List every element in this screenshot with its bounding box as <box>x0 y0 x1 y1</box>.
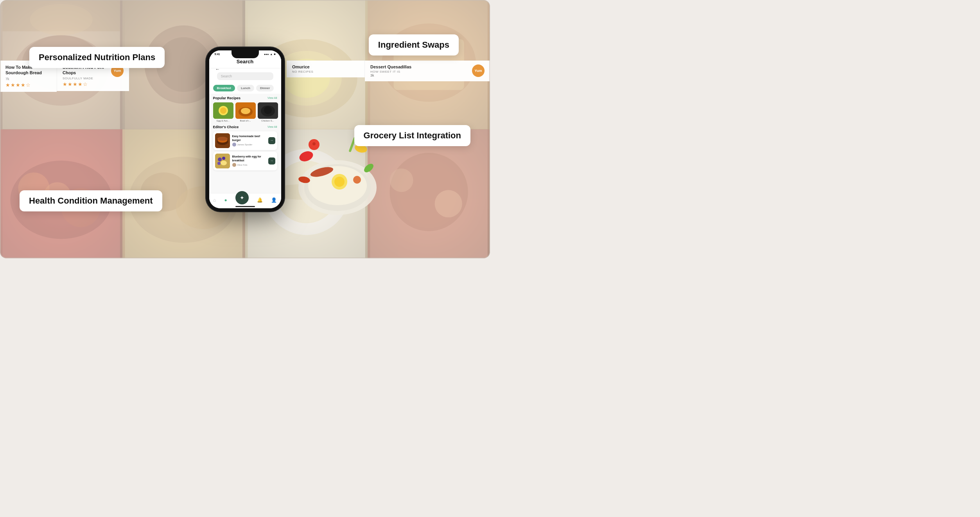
svg-point-30 <box>389 168 413 192</box>
recipe-thumb-1[interactable]: Egg & Avo... <box>213 102 233 122</box>
svg-point-39 <box>312 142 316 145</box>
editor-item-2[interactable]: Blueberry with egg for breakfast Alice F… <box>213 152 277 170</box>
phone-mockup: 9:41 ●●● ▲ ■ Search ← Search <box>206 47 284 211</box>
phone-notch <box>232 50 259 58</box>
editor-item-1-info: Easy homemade beef burger James Spoder <box>232 134 266 146</box>
thumb-egg-avo-label: Egg & Avo... <box>213 120 233 122</box>
editor-arrow-1[interactable]: → <box>268 137 275 144</box>
editor-item-1-author: James Spoder <box>232 143 266 147</box>
recipe-thumbnails: Egg & Avo... Bowl of r... <box>213 102 277 122</box>
svg-point-51 <box>241 108 250 114</box>
nav-center-icon: ✦ <box>240 195 244 201</box>
back-arrow[interactable]: ← <box>215 66 220 72</box>
editor-item-1[interactable]: Easy homemade beef burger James Spoder → <box>213 131 277 150</box>
tab-dinner[interactable]: Dinner <box>256 85 274 91</box>
recipe-thumb-3[interactable]: Chicken S... <box>258 102 278 122</box>
editors-choice-header: Editor's Choice View All <box>213 125 277 129</box>
nav-center-button[interactable]: ✦ <box>235 191 249 204</box>
editor-item-2-author: Alice Fols <box>232 163 266 167</box>
meal-tabs: Breakfast Lunch Dinner <box>209 85 281 94</box>
feature-label-ingredient-swaps-text: Ingredient Swaps <box>378 40 449 50</box>
svg-point-60 <box>218 157 222 161</box>
popular-recipes-view-all[interactable]: View All <box>267 97 277 99</box>
search-placeholder: Search <box>221 74 232 78</box>
svg-point-62 <box>217 162 221 165</box>
svg-point-58 <box>217 137 228 141</box>
wifi-icon: ▲ <box>270 53 273 55</box>
svg-point-45 <box>334 177 345 187</box>
battery-icon: ■ <box>274 53 275 55</box>
svg-point-35 <box>298 150 314 163</box>
editor-thumb-burger <box>215 133 230 148</box>
recipe-name-quesadillas: Dessert Quesadillas <box>370 64 411 69</box>
recipe-source-pork: SOULFULLY MADE <box>63 77 111 80</box>
thumb-chicken <box>258 102 278 119</box>
feature-label-ingredient-swaps: Ingredient Swaps <box>369 34 459 55</box>
recipe-card-omurice: Omurice NO RECIPES <box>287 61 365 77</box>
editors-choice-view-all[interactable]: View All <box>267 125 277 128</box>
popular-recipes-header: Popular Recipes View All <box>213 96 277 100</box>
editor-item-2-info: Blueberry with egg for breakfast Alice F… <box>232 155 266 166</box>
editors-choice-title: Editor's Choice <box>213 125 239 129</box>
svg-point-61 <box>222 157 225 160</box>
nav-profile-icon[interactable]: 👤 <box>271 197 277 203</box>
svg-point-48 <box>220 107 226 114</box>
phone-home-indicator <box>235 206 255 207</box>
recipe-source-quesadillas: HOW SWEET IT IS <box>370 70 411 73</box>
recipe-name-omurice: Omurice <box>292 64 359 69</box>
phone-screen: 9:41 ●●● ▲ ■ Search ← Search <box>209 50 281 208</box>
feature-label-grocery-text: Grocery List Integration <box>364 131 461 140</box>
svg-point-31 <box>434 190 462 217</box>
nav-search-icon[interactable]: ● <box>224 197 227 203</box>
recipe-card-quesadillas: Dessert Quesadillas HOW SWEET IT IS 3k Y… <box>365 61 490 81</box>
svg-point-4 <box>30 4 93 35</box>
author-name-1: James Spoder <box>237 143 253 146</box>
nav-bell-icon[interactable]: 🔔 <box>257 197 263 203</box>
svg-point-42 <box>353 176 361 184</box>
thumb-chicken-label: Chicken S... <box>258 120 278 122</box>
yum-badge-quesadillas: Yum <box>472 64 485 77</box>
author-avatar-1 <box>232 143 236 147</box>
recipe-count-quesadillas: 3k <box>370 73 411 77</box>
editor-arrow-2[interactable]: → <box>268 157 275 165</box>
thumb-bowl-label: Bowl of r... <box>235 120 256 122</box>
phone-content: Popular Recipes View All <box>209 94 281 174</box>
signal-icon: ●●● <box>264 53 269 55</box>
screen-title: Search <box>237 59 253 64</box>
svg-rect-3 <box>2 0 120 31</box>
main-scene: How To Make Sourdough Bread 7k ★★★★☆ Sou… <box>0 0 490 258</box>
recipe-stars-sourdough: ★★★★☆ <box>5 82 51 88</box>
recipe-stars-pork: ★★★★☆ <box>63 81 111 87</box>
nav-home-icon[interactable]: ⌂ <box>213 197 216 203</box>
recipe-source-omurice: NO RECIPES <box>292 70 359 73</box>
editor-item-1-name: Easy homemade beef burger <box>232 134 266 141</box>
svg-point-7 <box>156 37 211 92</box>
tab-lunch[interactable]: Lunch <box>237 85 254 91</box>
editor-thumb-blueberry <box>215 154 230 168</box>
tab-breakfast[interactable]: Breakfast <box>213 85 235 91</box>
search-bar[interactable]: Search <box>217 72 273 80</box>
feature-label-health: Health Condition Management <box>20 190 162 211</box>
phone-body: 9:41 ●●● ▲ ■ Search ← Search <box>206 47 284 211</box>
thumb-bowl <box>235 102 256 119</box>
status-time: 9:41 <box>215 53 220 55</box>
svg-point-63 <box>221 161 227 165</box>
feature-label-health-text: Health Condition Management <box>29 196 153 206</box>
popular-recipes-title: Popular Recipes <box>213 96 241 100</box>
recipe-thumb-2[interactable]: Bowl of r... <box>235 102 256 122</box>
author-avatar-2 <box>232 163 236 167</box>
svg-point-29 <box>389 153 468 231</box>
thumb-egg-avo <box>213 102 233 119</box>
feature-label-grocery: Grocery List Integration <box>354 125 470 146</box>
svg-point-54 <box>264 106 272 114</box>
recipe-count-sourdough: 7k <box>5 77 51 81</box>
feature-label-nutrition: Personalized Nutrition Plans <box>29 47 165 68</box>
author-name-2: Alice Fols <box>237 164 248 166</box>
feature-label-nutrition-text: Personalized Nutrition Plans <box>39 52 155 62</box>
editor-item-2-name: Blueberry with egg for breakfast <box>232 155 266 162</box>
